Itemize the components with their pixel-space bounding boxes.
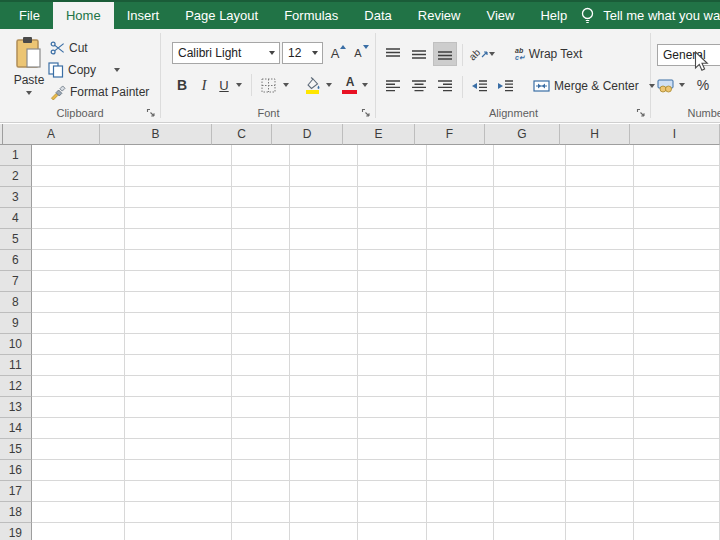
cell-F12[interactable] xyxy=(427,376,494,397)
fill-color-dropdown-arrow[interactable] xyxy=(326,83,332,87)
row-header-10[interactable]: 10 xyxy=(0,334,32,355)
cell-H8[interactable] xyxy=(566,292,633,313)
cell-C8[interactable] xyxy=(232,292,290,313)
cell-A16[interactable] xyxy=(32,460,125,481)
cell-H1[interactable] xyxy=(566,145,633,166)
bold-button[interactable]: B xyxy=(173,74,191,96)
cell-C14[interactable] xyxy=(232,418,290,439)
increase-indent-button[interactable] xyxy=(493,74,517,98)
cell-F19[interactable] xyxy=(427,523,494,540)
cell-D5[interactable] xyxy=(290,229,358,250)
font-dialog-launcher-icon[interactable] xyxy=(361,108,371,118)
cell-I9[interactable] xyxy=(634,313,720,334)
tell-me-box[interactable]: Tell me what you want xyxy=(580,2,720,29)
font-name-dropdown-arrow[interactable] xyxy=(269,51,275,55)
cell-F4[interactable] xyxy=(427,208,494,229)
borders-button[interactable] xyxy=(258,74,278,96)
cell-D10[interactable] xyxy=(290,334,358,355)
decrease-indent-button[interactable] xyxy=(467,74,491,98)
cell-A3[interactable] xyxy=(32,187,125,208)
cell-G15[interactable] xyxy=(494,439,566,460)
row-header-17[interactable]: 17 xyxy=(0,481,32,502)
cell-E10[interactable] xyxy=(358,334,427,355)
cell-I17[interactable] xyxy=(634,481,720,502)
cell-G16[interactable] xyxy=(494,460,566,481)
cell-F9[interactable] xyxy=(427,313,494,334)
cell-D17[interactable] xyxy=(290,481,358,502)
column-header-E[interactable]: E xyxy=(343,124,415,145)
cell-B4[interactable] xyxy=(125,208,233,229)
cell-E6[interactable] xyxy=(358,250,427,271)
italic-button[interactable]: I xyxy=(196,74,212,96)
cell-C16[interactable] xyxy=(232,460,290,481)
cell-G8[interactable] xyxy=(494,292,566,313)
cell-G7[interactable] xyxy=(494,271,566,292)
cell-H15[interactable] xyxy=(566,439,633,460)
increase-font-size-button[interactable]: A xyxy=(328,42,348,64)
cell-A2[interactable] xyxy=(32,166,125,187)
cell-B15[interactable] xyxy=(125,439,233,460)
cell-A17[interactable] xyxy=(32,481,125,502)
cell-B19[interactable] xyxy=(125,523,233,540)
cell-I11[interactable] xyxy=(634,355,720,376)
cell-C1[interactable] xyxy=(232,145,290,166)
cell-H6[interactable] xyxy=(566,250,633,271)
merge-center-button[interactable]: Merge & Center xyxy=(533,76,655,96)
tab-data[interactable]: Data xyxy=(351,2,404,29)
cell-D2[interactable] xyxy=(290,166,358,187)
cell-I2[interactable] xyxy=(634,166,720,187)
cell-I10[interactable] xyxy=(634,334,720,355)
cell-B10[interactable] xyxy=(125,334,233,355)
cell-E11[interactable] xyxy=(358,355,427,376)
cell-D13[interactable] xyxy=(290,397,358,418)
cell-F13[interactable] xyxy=(427,397,494,418)
cell-D3[interactable] xyxy=(290,187,358,208)
tab-file[interactable]: File xyxy=(6,2,53,29)
cell-H7[interactable] xyxy=(566,271,633,292)
font-name-combobox[interactable]: Calibri Light xyxy=(172,42,280,64)
cell-D11[interactable] xyxy=(290,355,358,376)
row-header-4[interactable]: 4 xyxy=(0,208,32,229)
copy-button[interactable]: Copy xyxy=(48,60,120,80)
font-size-combobox[interactable]: 12 xyxy=(282,42,323,64)
cell-C7[interactable] xyxy=(232,271,290,292)
cell-A11[interactable] xyxy=(32,355,125,376)
cell-E19[interactable] xyxy=(358,523,427,540)
font-size-dropdown-arrow[interactable] xyxy=(312,51,318,55)
cell-G10[interactable] xyxy=(494,334,566,355)
row-header-3[interactable]: 3 xyxy=(0,187,32,208)
cell-I7[interactable] xyxy=(634,271,720,292)
cell-H14[interactable] xyxy=(566,418,633,439)
paste-button[interactable]: Paste xyxy=(6,36,52,102)
cell-D15[interactable] xyxy=(290,439,358,460)
cell-B3[interactable] xyxy=(125,187,233,208)
column-header-B[interactable]: B xyxy=(100,124,212,145)
cell-H9[interactable] xyxy=(566,313,633,334)
cell-F15[interactable] xyxy=(427,439,494,460)
select-all-corner[interactable] xyxy=(0,124,3,145)
cell-I13[interactable] xyxy=(634,397,720,418)
row-header-14[interactable]: 14 xyxy=(0,418,32,439)
cell-C3[interactable] xyxy=(232,187,290,208)
cell-I5[interactable] xyxy=(634,229,720,250)
tab-view[interactable]: View xyxy=(473,2,527,29)
cell-I12[interactable] xyxy=(634,376,720,397)
cell-D12[interactable] xyxy=(290,376,358,397)
tab-insert[interactable]: Insert xyxy=(114,2,173,29)
cell-H10[interactable] xyxy=(566,334,633,355)
cell-B8[interactable] xyxy=(125,292,233,313)
cell-A5[interactable] xyxy=(32,229,125,250)
cell-F18[interactable] xyxy=(427,502,494,523)
cell-E5[interactable] xyxy=(358,229,427,250)
cell-F6[interactable] xyxy=(427,250,494,271)
cell-A8[interactable] xyxy=(32,292,125,313)
cell-E3[interactable] xyxy=(358,187,427,208)
alignment-dialog-launcher-icon[interactable] xyxy=(636,108,646,118)
cut-button[interactable]: Cut xyxy=(50,38,88,58)
fill-color-button[interactable] xyxy=(302,74,322,96)
cell-G14[interactable] xyxy=(494,418,566,439)
cell-B9[interactable] xyxy=(125,313,233,334)
merge-center-dropdown-arrow[interactable] xyxy=(649,84,655,88)
cell-E2[interactable] xyxy=(358,166,427,187)
cell-H18[interactable] xyxy=(566,502,633,523)
